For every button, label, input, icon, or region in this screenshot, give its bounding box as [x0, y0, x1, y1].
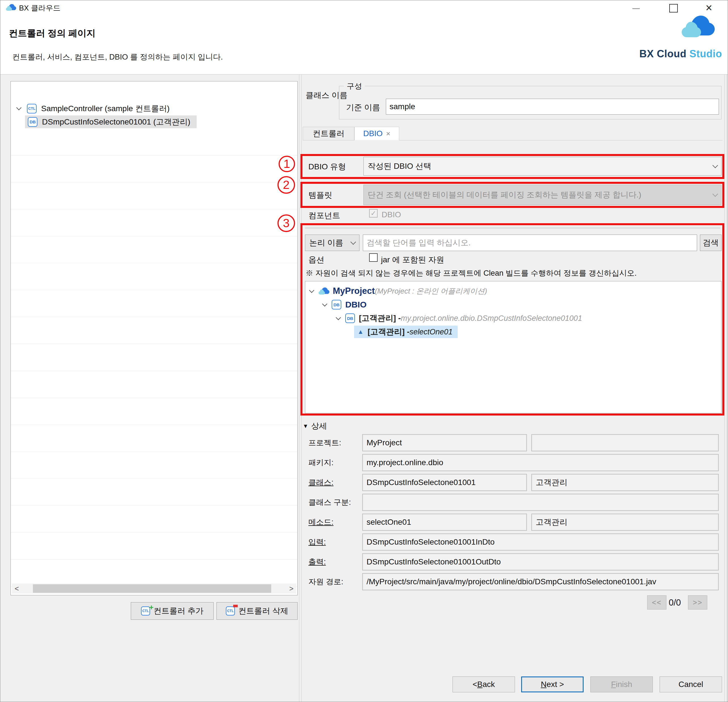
tree-node-method[interactable]: ▲ [고객관리] - selectOne01: [305, 325, 721, 339]
method-selection-highlight[interactable]: ▲ [고객관리] - selectOne01: [354, 326, 458, 338]
tree-empty-row: [11, 129, 297, 142]
brand-logo-text: BX Cloud Studio: [640, 48, 722, 60]
cancel-button[interactable]: Cancel: [660, 676, 722, 692]
add-controller-label: 컨트롤러 추가: [153, 605, 204, 616]
tree-node-dbio-class[interactable]: DB [고객관리] - my.project.online.dbio.DSmpC…: [305, 311, 721, 325]
component-checkbox: ✓: [369, 209, 378, 218]
page-counter: 0/0: [669, 598, 681, 608]
chevron-down-icon[interactable]: [309, 287, 314, 293]
jar-resource-checkbox-label: jar 에 포함된 자원: [381, 254, 444, 265]
detail-value-output: DSmpCustInfoSelectone01001OutDto: [362, 553, 719, 571]
check-icon: ✓: [371, 209, 376, 217]
tree-empty-row: [11, 182, 297, 196]
maximize-icon[interactable]: [669, 4, 678, 13]
add-controller-button[interactable]: CTL + 컨트롤러 추가: [131, 602, 214, 620]
tree-empty-row: [11, 357, 297, 371]
chevron-down-icon[interactable]: [16, 105, 21, 110]
scrollbar-thumb[interactable]: [33, 584, 271, 593]
cancel-label: Cancel: [678, 680, 703, 689]
clean-build-notice: ※ 자원이 검색 되지 않는 경우에는 해당 프로젝트에 Clean 빌드를 수…: [306, 268, 637, 278]
dbio-type-select[interactable]: 작성된 DBIO 선택: [363, 157, 721, 176]
controller-tree-panel: CTL SampleController (sample 컨트롤러) DB DS…: [10, 81, 298, 595]
base-name-input[interactable]: [386, 99, 719, 115]
component-label: 컴포넌트: [308, 210, 340, 221]
tree-empty-row: [11, 465, 297, 479]
tree-empty-row: [11, 222, 297, 236]
search-field-select[interactable]: 논리 이름: [305, 235, 360, 251]
delete-controller-label: 컨트롤러 삭제: [238, 605, 288, 616]
search-button[interactable]: 검색: [700, 235, 721, 251]
tree-empty-row: [11, 303, 297, 317]
class-node-label: [고객관리] -: [359, 313, 401, 324]
jar-resource-checkbox[interactable]: [369, 253, 378, 262]
titlebar: BX 클라우드: [6, 3, 61, 13]
resource-tree-panel: MyProject (MyProject : 온라인 어플리케이션) DB DB…: [305, 281, 721, 413]
horizontal-scrollbar[interactable]: < >: [12, 584, 296, 594]
tree-node-dbio[interactable]: DB DBIO: [305, 298, 721, 311]
finish-label-key: F: [611, 680, 616, 689]
detail-value-resource-path: /MyProject/src/main/java/my/project/onli…: [362, 573, 719, 590]
detail-section-header[interactable]: ▼ 상세: [303, 420, 327, 431]
scroll-left-icon[interactable]: <: [12, 584, 22, 593]
detail-label-project: 프로젝트:: [308, 434, 341, 451]
tree-empty-row: [11, 425, 297, 438]
tree-item-samplecontroller[interactable]: CTL SampleController (sample 컨트롤러): [11, 102, 297, 115]
annotation-circle-3: 3: [277, 214, 295, 232]
finish-label-rest: inish: [616, 680, 633, 689]
tree-node-project[interactable]: MyProject (MyProject : 온라인 어플리케이션): [305, 284, 721, 298]
close-icon[interactable]: ×: [706, 2, 712, 13]
tab-dbio-label: DBIO: [363, 129, 383, 138]
right-edge-line: [724, 75, 725, 702]
tree-empty-row: [11, 155, 297, 169]
page-prev-button[interactable]: <<: [647, 595, 666, 610]
next-button[interactable]: Next >: [521, 676, 584, 692]
chevron-down-icon[interactable]: [336, 315, 341, 320]
tree-empty-row: [11, 438, 297, 452]
detail-value-class-2: 고객관리: [532, 474, 719, 491]
brand-cloud: Cloud: [654, 48, 689, 59]
template-value: 단건 조회 (선택한 테이블의 데이터를 페이징 조회하는 템플릿을 제공 합니…: [368, 189, 641, 200]
tree-empty-row: [11, 277, 297, 290]
tree-empty-row: [11, 250, 297, 263]
detail-label-package: 패키지:: [308, 454, 334, 471]
tree-item-dbio-class[interactable]: DB DSmpCustInfoSelectone01001 (고객관리): [11, 115, 297, 129]
page-next-button[interactable]: >>: [688, 595, 707, 610]
template-label: 템플릿: [308, 190, 332, 201]
search-field-value: 논리 이름: [309, 237, 343, 248]
method-triangle-icon: ▲: [357, 328, 364, 335]
chevron-down-icon: [350, 239, 356, 245]
tree-empty-row: [11, 371, 297, 384]
chevron-down-icon[interactable]: [322, 301, 327, 306]
tree-empty-row: [11, 196, 297, 209]
tree-selection-highlight[interactable]: DB DSmpCustInfoSelectone01001 (고객관리): [25, 116, 196, 128]
tab-controller-label: 컨트롤러: [313, 128, 344, 139]
dbio-type-label: DBIO 유형: [308, 162, 346, 172]
brand-bx: BX: [640, 48, 654, 59]
search-input[interactable]: [363, 235, 697, 251]
sash-line-left[interactable]: [299, 75, 299, 702]
scroll-right-icon[interactable]: >: [286, 584, 296, 593]
add-controller-icon: CTL +: [141, 607, 150, 615]
project-cloud-icon: [319, 287, 329, 295]
detail-label-output: 출력:: [308, 553, 326, 571]
page-title: 컨트롤러 정의 페이지: [9, 27, 95, 40]
page-description: 컨트롤러, 서비스, 컴포넌트, DBIO 를 정의하는 페이지 입니다.: [12, 52, 223, 62]
delete-controller-button[interactable]: CTL 컨트롤러 삭제: [217, 602, 298, 620]
detail-value-method-2: 고객관리: [532, 514, 719, 531]
detail-value-input: DSmpCustInfoSelectone01001InDto: [362, 533, 719, 550]
collapse-triangle-icon[interactable]: ▼: [303, 423, 308, 429]
scrollbar-track[interactable]: [22, 584, 286, 594]
tab-close-icon[interactable]: ×: [386, 129, 390, 138]
tree-empty-row: [11, 317, 297, 331]
tree-empty-rows: [11, 129, 297, 586]
tab-controller[interactable]: 컨트롤러: [303, 127, 354, 140]
finish-button: Finish: [591, 676, 653, 692]
back-button[interactable]: < Back: [452, 676, 515, 692]
minimize-icon[interactable]: [633, 8, 640, 9]
tab-dbio[interactable]: DBIO ×: [354, 127, 399, 140]
tree-empty-row: [11, 384, 297, 398]
composition-legend: 구성: [344, 81, 365, 91]
chevron-down-icon: [712, 191, 718, 197]
project-node-desc: (MyProject : 온라인 어플리케이션): [375, 286, 487, 296]
dbio-icon: DB: [332, 300, 341, 309]
